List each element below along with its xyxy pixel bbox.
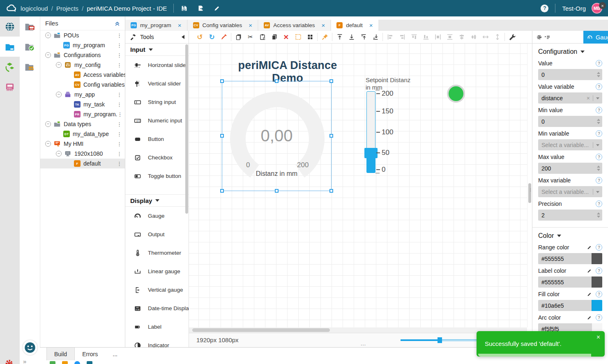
breadcrumb-item-perimica-demo-project-ide[interactable]: periMICA Demo Project - IDE: [87, 5, 167, 12]
align-left-button[interactable]: [384, 31, 396, 43]
help-icon[interactable]: ?: [596, 291, 602, 297]
selection-handle[interactable]: [220, 189, 224, 193]
show-grid-button[interactable]: [292, 31, 304, 43]
build-warning-icon[interactable]: [62, 361, 68, 364]
selection-handle[interactable]: [329, 189, 333, 193]
tool-chec-kbox[interactable]: Chec­kbox: [125, 148, 189, 167]
item-menu-kebab-icon[interactable]: ⋮: [117, 62, 122, 68]
fill-color-input[interactable]: #10a6e5: [538, 300, 602, 311]
tree-item-my-program[interactable]: PGmy_program⋮: [40, 40, 125, 50]
expand-chevrons-icon[interactable]: »: [23, 358, 26, 364]
tools-section-input[interactable]: Input: [125, 44, 189, 56]
color-swatch[interactable]: [592, 300, 602, 311]
tools-scrollbar[interactable]: [185, 44, 188, 214]
spinner-down-icon[interactable]: [597, 122, 600, 124]
tree-collapse-toggle[interactable]: −: [45, 32, 51, 38]
tree-collapse-toggle[interactable]: −: [45, 121, 51, 127]
help-icon[interactable]: ?: [596, 267, 602, 274]
export-button[interactable]: [197, 5, 204, 12]
format-brush-button[interactable]: [218, 31, 230, 43]
tree-item-data-types[interactable]: −Data types⋮: [40, 119, 125, 129]
tree-item-my-program[interactable]: PRmy_program.⋮: [40, 109, 125, 119]
tool-numeric-input[interactable]: 0Numeric input: [125, 111, 189, 130]
paste-button[interactable]: [256, 31, 268, 43]
folder-display-rail-button[interactable]: [20, 16, 39, 37]
number-spinner[interactable]: [597, 69, 600, 80]
logiccloud-logo-icon[interactable]: [6, 3, 16, 14]
tab-close-icon[interactable]: ×: [369, 22, 373, 29]
vertical-slider-widget[interactable]: Setpoint Distanz in mm 200150100500: [366, 76, 411, 179]
value-variable-input[interactable]: distance×: [538, 92, 602, 104]
stack-green-rail-button[interactable]: [0, 57, 20, 77]
chevron-down-icon[interactable]: [596, 144, 599, 148]
toast-close-icon[interactable]: ×: [596, 334, 600, 341]
slider-handle[interactable]: [364, 148, 378, 158]
item-menu-kebab-icon[interactable]: ⋮: [117, 121, 122, 127]
item-menu-kebab-icon[interactable]: ⋮: [117, 131, 122, 137]
pin-button[interactable]: [319, 31, 331, 43]
raise-to-top-button[interactable]: [334, 31, 345, 43]
help-button[interactable]: ?: [541, 5, 548, 12]
help-icon[interactable]: ?: [596, 244, 602, 251]
widget-settings-list-icon[interactable]: [544, 34, 551, 41]
precision-input[interactable]: 2: [538, 210, 602, 221]
settings-gear-icon[interactable]: [5, 359, 14, 364]
tree-item-my-hmi[interactable]: −My HMI⋮: [40, 139, 125, 149]
help-icon[interactable]: ?: [596, 154, 602, 160]
bottom-tab-errors[interactable]: Errors: [75, 348, 105, 360]
item-menu-kebab-icon[interactable]: ⋮: [117, 161, 122, 167]
item-menu-kebab-icon[interactable]: ⋮: [117, 92, 122, 98]
fit-width-button[interactable]: [479, 31, 491, 43]
tool-gauge[interactable]: Gauge: [125, 207, 189, 225]
folder-tasks-rail-button[interactable]: [20, 57, 39, 77]
spinner-up-icon[interactable]: [597, 212, 600, 214]
tree-item-my-task[interactable]: TKmy_task⋮: [40, 99, 125, 109]
undo-button[interactable]: ↺: [194, 31, 206, 43]
tree-item-my-data-type[interactable]: DTmy_data_type⋮: [40, 129, 125, 139]
collapse-panel-icon[interactable]: [114, 20, 121, 27]
label-color-input[interactable]: #555555: [538, 276, 602, 288]
spinner-down-icon[interactable]: [597, 169, 600, 171]
help-icon[interactable]: ?: [596, 60, 602, 67]
tab-close-icon[interactable]: ×: [249, 22, 252, 29]
help-icon[interactable]: ?: [596, 130, 602, 137]
tool-horizontal-slider[interactable]: Horizontal slider: [125, 56, 189, 74]
value-input[interactable]: 0: [538, 69, 602, 80]
item-menu-kebab-icon[interactable]: ⋮: [117, 111, 122, 117]
bottom-tab-[interactable]: ...: [105, 348, 125, 360]
spinner-up-icon[interactable]: [597, 72, 600, 74]
help-icon[interactable]: ?: [596, 314, 602, 321]
tree-collapse-toggle[interactable]: −: [56, 92, 62, 97]
redo-button[interactable]: ↻: [206, 31, 218, 43]
edit-color-pencil-icon[interactable]: [587, 244, 592, 250]
configuration-section-header[interactable]: Configuration: [532, 44, 608, 60]
breadcrumb-item-logiccloud[interactable]: logiccloud: [21, 5, 48, 12]
canvas-vscrollbar[interactable]: ⋮: [527, 44, 532, 327]
help-icon[interactable]: ?: [596, 83, 602, 90]
delete-button[interactable]: ×: [280, 31, 292, 43]
feedback-smiley-button[interactable]: [23, 340, 37, 355]
tab-close-icon[interactable]: ×: [321, 22, 325, 29]
spinner-up-icon[interactable]: [597, 119, 600, 121]
editor-tab-default[interactable]: Fdefault×: [331, 20, 378, 31]
tool-indicator[interactable]: Indicator: [125, 336, 189, 347]
org-label[interactable]: Test-Org: [562, 5, 586, 12]
close-all-icon[interactable]: ×: [599, 2, 606, 9]
selection-handle[interactable]: [275, 79, 279, 83]
tool-label[interactable]: Label: [125, 318, 189, 336]
chevron-down-icon[interactable]: [596, 191, 599, 195]
chevron-down-icon[interactable]: [596, 97, 599, 101]
canvas-hscrollbar[interactable]: [189, 327, 527, 333]
tool-linear-gauge[interactable]: Linear gauge: [125, 262, 189, 281]
editor-tab-access-variables[interactable]: AVAccess variables×: [258, 20, 330, 31]
spinner-up-icon[interactable]: [597, 166, 600, 168]
min-value-input[interactable]: 0: [538, 116, 602, 127]
selection-handle[interactable]: [275, 189, 279, 193]
item-menu-kebab-icon[interactable]: ⋮: [117, 42, 122, 48]
help-icon[interactable]: ?: [596, 200, 602, 207]
tab-close-icon[interactable]: ×: [178, 22, 182, 29]
hmi-canvas[interactable]: periMICA Distance Demo 0,00 0 200 Distan…: [189, 44, 527, 327]
globe-rail-button[interactable]: [0, 16, 20, 37]
distribute-horizontally-button[interactable]: [432, 31, 444, 43]
tree-collapse-toggle[interactable]: −: [45, 141, 51, 147]
